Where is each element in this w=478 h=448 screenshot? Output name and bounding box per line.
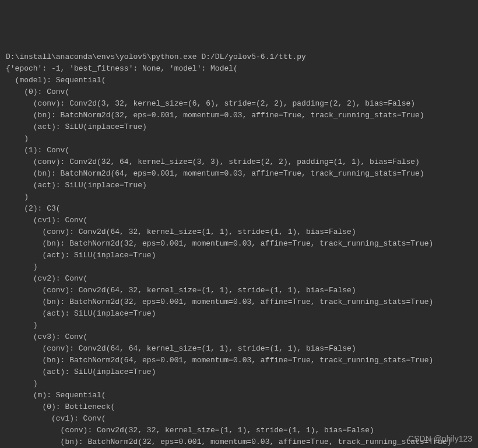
console-line: (conv): Conv2d(64, 64, kernel_size=(1, 1…: [6, 343, 472, 355]
console-line: (act): SiLU(inplace=True): [6, 180, 472, 191]
console-line: (0): Bottleneck(: [6, 401, 472, 413]
console-line: (bn): BatchNorm2d(64, eps=0.001, momentu…: [6, 355, 472, 366]
console-line: (act): SiLU(inplace=True): [6, 366, 472, 378]
console-line: (conv): Conv2d(32, 64, kernel_size=(3, 3…: [6, 156, 472, 168]
console-line: (model): Sequential(: [6, 75, 472, 86]
console-line: {'epoch': -1, 'best_fitness': None, 'mod…: [6, 63, 472, 75]
console-line: (2): C3(: [6, 203, 472, 215]
console-line: (bn): BatchNorm2d(64, eps=0.001, momentu…: [6, 168, 472, 180]
console-line: (m): Sequential(: [6, 390, 472, 401]
console-line: (1): Conv(: [6, 145, 472, 156]
console-line: (conv): Conv2d(32, 32, kernel_size=(1, 1…: [6, 425, 472, 436]
console-line: (cv1): Conv(: [6, 413, 472, 425]
console-line: ): [6, 320, 472, 331]
console-line: ): [6, 378, 472, 390]
console-line: (bn): BatchNorm2d(32, eps=0.001, momentu…: [6, 296, 472, 308]
console-line: ): [6, 191, 472, 203]
console-line: (cv1): Conv(: [6, 215, 472, 226]
console-line: (act): SiLU(inplace=True): [6, 121, 472, 133]
console-line: D:\install\anaconda\envs\yolov5\python.e…: [6, 51, 472, 63]
console-line: (bn): BatchNorm2d(32, eps=0.001, momentu…: [6, 436, 472, 448]
console-line: (bn): BatchNorm2d(32, eps=0.001, momentu…: [6, 238, 472, 250]
console-line: (cv2): Conv(: [6, 273, 472, 285]
console-line: (act): SiLU(inplace=True): [6, 308, 472, 320]
console-line: (0): Conv(: [6, 86, 472, 98]
console-line: ): [6, 133, 472, 145]
console-line: ): [6, 261, 472, 273]
console-line: (conv): Conv2d(64, 32, kernel_size=(1, 1…: [6, 226, 472, 238]
console-line: (act): SiLU(inplace=True): [6, 250, 472, 261]
console-line: (conv): Conv2d(64, 32, kernel_size=(1, 1…: [6, 285, 472, 296]
console-line: (cv3): Conv(: [6, 331, 472, 343]
console-line: (conv): Conv2d(3, 32, kernel_size=(6, 6)…: [6, 98, 472, 110]
watermark: CSDN @phily123: [408, 433, 472, 444]
console-line: (bn): BatchNorm2d(32, eps=0.001, momentu…: [6, 110, 472, 121]
console-output: D:\install\anaconda\envs\yolov5\python.e…: [6, 51, 472, 448]
